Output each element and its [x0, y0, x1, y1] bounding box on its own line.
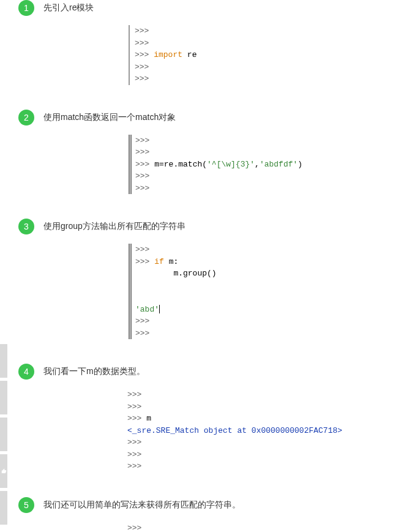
code-block: >>>>>> if m: m.group() 'abd'>>>>>>: [129, 244, 404, 339]
code-line: >>>: [135, 25, 404, 37]
code-token: >>>: [135, 74, 149, 83]
step-title: 使用match函数返回一个match对象: [43, 112, 176, 123]
code-block: >>>>>>>>> re.match('foo','food').group()…: [122, 522, 404, 533]
step-header: 1先引入re模块: [18, 0, 404, 16]
code-block: >>>>>>>>> m<_sre.SRE_Match object at 0x0…: [122, 389, 404, 473]
code-token: import: [154, 50, 182, 59]
code-token: >>>: [135, 50, 154, 59]
code-line: >>>: [127, 401, 404, 413]
step-header: 2使用match函数返回一个match对象: [18, 110, 404, 126]
step-number-badge: 1: [18, 0, 34, 16]
step-5: 5我们还可以用简单的写法来获得所有匹配的字符串。>>>>>>>>> re.mat…: [0, 497, 404, 533]
code-line: >>>: [127, 449, 404, 461]
code-token: >>>: [135, 148, 149, 157]
code-line: >>>: [135, 315, 404, 328]
code-token: '^[\w]{3}': [207, 160, 255, 169]
code-token: if: [154, 257, 164, 266]
share-sidebar: [0, 344, 7, 528]
step-number-badge: 5: [18, 497, 34, 513]
step-title: 我们看一下m的数据类型。: [43, 366, 145, 377]
step-title: 先引入re模块: [43, 2, 94, 13]
code-line: >>>: [135, 328, 404, 340]
code-block: >>>>>>>>> import re>>>>>>: [129, 25, 404, 85]
code-token: >>>: [135, 26, 149, 36]
code-token: m: [146, 414, 151, 423]
code-line: >>>: [135, 146, 404, 159]
code-line: >>>: [127, 460, 404, 473]
code-token: m=re.match(: [154, 160, 207, 169]
code-token: >>>: [135, 184, 149, 193]
code-token: >>>: [135, 329, 149, 338]
code-line: >>>: [135, 37, 404, 50]
code-token: m:: [164, 257, 178, 266]
code-line: >>>: [127, 389, 404, 401]
code-token: >>>: [135, 62, 149, 72]
code-line: m.group(): [135, 268, 404, 280]
code-token: [135, 281, 140, 290]
step-title: 我们还可以用简单的写法来获得所有匹配的字符串。: [43, 500, 241, 511]
step-3: 3使用group方法输出所有匹配的字符串>>>>>> if m: m.group…: [0, 219, 404, 339]
code-token: 'abd': [135, 305, 159, 314]
code-token: ,: [255, 160, 260, 169]
code-line: >>> import re: [135, 49, 404, 61]
share-btn-3[interactable]: [0, 418, 7, 451]
code-line: 'abd': [135, 304, 404, 316]
code-token: [135, 293, 140, 302]
code-line: >>> if m:: [135, 256, 404, 268]
step-number-badge: 2: [18, 110, 34, 126]
code-token: >>>: [127, 450, 141, 459]
code-line: >>> m=re.match('^[\w]{3}','abdfdf'): [135, 159, 404, 171]
code-line: >>>: [135, 182, 404, 195]
code-line: >>>: [135, 135, 404, 147]
step-number-badge: 3: [18, 219, 34, 234]
share-btn-5[interactable]: [0, 491, 7, 525]
code-line: >>>: [135, 170, 404, 182]
share-btn-thumb[interactable]: [0, 454, 7, 488]
code-token: >>>: [127, 462, 141, 471]
code-token: >>>: [127, 414, 146, 423]
code-token: <_sre.SRE_Match object at 0x0000000002FA…: [127, 426, 342, 435]
code-block: >>>>>>>>> m=re.match('^[\w]{3}','abdfdf'…: [129, 135, 404, 195]
step-header: 4我们看一下m的数据类型。: [18, 364, 404, 380]
code-line: [135, 291, 404, 304]
code-token: >>>: [135, 257, 154, 266]
code-line: >>>: [127, 436, 404, 449]
code-token: >>>: [135, 160, 154, 169]
code-token: >>>: [127, 438, 141, 447]
code-token: >>>: [135, 39, 149, 48]
share-btn-2[interactable]: [0, 381, 7, 414]
code-token: >>>: [135, 317, 149, 326]
code-token: >>>: [127, 402, 141, 411]
code-token: >>>: [135, 171, 149, 181]
code-token: 'abdfdf': [260, 160, 297, 169]
code-line: >>> m: [127, 413, 404, 425]
share-btn-1[interactable]: [0, 344, 7, 378]
step-header: 5我们还可以用简单的写法来获得所有匹配的字符串。: [18, 497, 404, 513]
code-line: <_sre.SRE_Match object at 0x0000000002FA…: [127, 425, 404, 437]
code-token: >>>: [127, 523, 141, 533]
code-token: >>>: [127, 390, 141, 399]
code-line: >>>: [127, 522, 404, 533]
step-1: 1先引入re模块>>>>>>>>> import re>>>>>>: [0, 0, 404, 85]
code-line: >>>: [135, 61, 404, 73]
text-cursor: [159, 305, 160, 313]
step-title: 使用group方法输出所有匹配的字符串: [43, 221, 185, 232]
step-header: 3使用group方法输出所有匹配的字符串: [18, 219, 404, 234]
step-4: 4我们看一下m的数据类型。>>>>>>>>> m<_sre.SRE_Match …: [0, 364, 404, 473]
code-line: [135, 280, 404, 292]
step-number-badge: 4: [18, 364, 34, 380]
code-token: m.group(): [135, 269, 217, 278]
code-token: re: [182, 50, 196, 59]
code-line: >>>: [135, 244, 404, 256]
code-line: >>>: [135, 73, 404, 85]
code-token: ): [297, 160, 302, 169]
code-token: >>>: [135, 136, 149, 145]
code-token: >>>: [135, 245, 149, 254]
step-2: 2使用match函数返回一个match对象>>>>>>>>> m=re.matc…: [0, 110, 404, 195]
